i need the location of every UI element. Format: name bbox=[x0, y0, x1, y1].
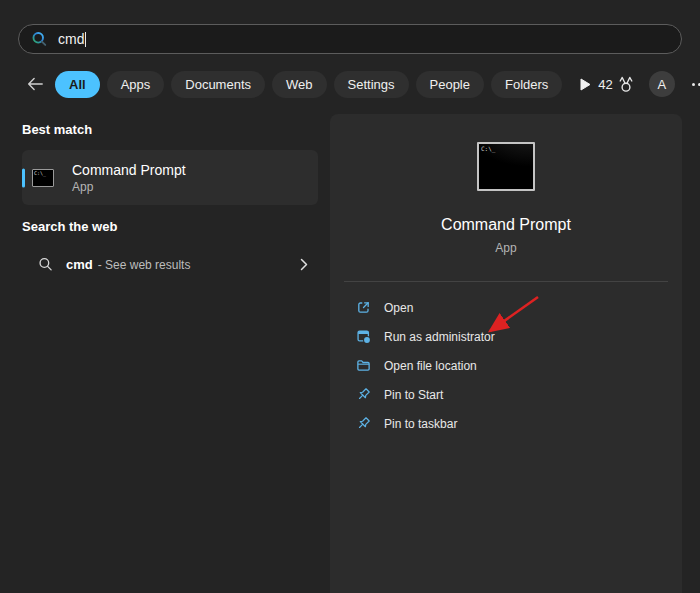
best-match-title: Command Prompt bbox=[72, 162, 186, 178]
text-caret bbox=[85, 32, 86, 47]
pin-icon bbox=[356, 416, 371, 431]
filter-tab-people[interactable]: People bbox=[416, 71, 484, 98]
action-label: Run as administrator bbox=[384, 330, 495, 344]
search-input[interactable]: cmd bbox=[18, 24, 682, 54]
web-search-result[interactable]: cmd - See web results bbox=[22, 248, 318, 281]
toolbar-right-cluster: 42 A bbox=[598, 71, 700, 97]
web-search-heading: Search the web bbox=[22, 219, 117, 234]
filter-tab-apps[interactable]: Apps bbox=[107, 71, 165, 98]
action-open-file-location[interactable]: Open file location bbox=[330, 351, 682, 380]
action-list: Open Run as administrator Open file loca… bbox=[330, 293, 682, 438]
divider bbox=[344, 281, 668, 282]
best-match-result[interactable]: C:\_ Command Prompt App bbox=[22, 150, 318, 205]
action-pin-to-start[interactable]: Pin to Start bbox=[330, 380, 682, 409]
best-match-heading: Best match bbox=[22, 122, 92, 137]
filter-tab-documents[interactable]: Documents bbox=[171, 71, 265, 98]
action-label: Pin to Start bbox=[384, 388, 443, 402]
filter-tab-web[interactable]: Web bbox=[272, 71, 327, 98]
magnifier-icon bbox=[38, 257, 53, 272]
preview-title: Command Prompt bbox=[330, 216, 682, 234]
web-result-query: cmd bbox=[66, 257, 93, 272]
cmd-app-icon: C:\_ bbox=[32, 169, 54, 187]
rewards-count: 42 bbox=[598, 77, 612, 92]
web-result-suffix: - See web results bbox=[98, 258, 191, 272]
avatar-initial: A bbox=[657, 77, 666, 92]
folder-icon bbox=[356, 358, 371, 373]
preview-panel: C:\_ Command Prompt App Open bbox=[330, 114, 682, 593]
rewards-medal-icon bbox=[618, 76, 634, 93]
more-options-button[interactable] bbox=[690, 79, 700, 90]
selection-accent-bar bbox=[22, 168, 25, 187]
action-label: Open file location bbox=[384, 359, 477, 373]
action-label: Pin to taskbar bbox=[384, 417, 457, 431]
back-button[interactable] bbox=[26, 73, 44, 95]
action-open[interactable]: Open bbox=[330, 293, 682, 322]
back-arrow-icon bbox=[26, 76, 44, 92]
pin-icon bbox=[356, 387, 371, 402]
filter-tab-all[interactable]: All bbox=[55, 71, 100, 98]
filter-row: All Apps Documents Web Settings People F… bbox=[26, 70, 684, 98]
filter-tab-folders[interactable]: Folders bbox=[491, 71, 562, 98]
search-icon bbox=[31, 31, 48, 48]
action-pin-to-taskbar[interactable]: Pin to taskbar bbox=[330, 409, 682, 438]
preview-subtitle: App bbox=[330, 241, 682, 255]
rewards-button[interactable]: 42 bbox=[598, 76, 633, 93]
run-as-admin-icon bbox=[356, 329, 371, 344]
action-label: Open bbox=[384, 301, 413, 315]
action-run-as-administrator[interactable]: Run as administrator bbox=[330, 322, 682, 351]
chevron-right-icon bbox=[300, 258, 308, 271]
more-filters-button[interactable] bbox=[580, 74, 591, 94]
search-query: cmd bbox=[58, 31, 84, 47]
filter-tab-settings[interactable]: Settings bbox=[334, 71, 409, 98]
account-avatar[interactable]: A bbox=[649, 71, 675, 97]
play-triangle-icon bbox=[580, 78, 591, 91]
cmd-app-icon-large: C:\_ bbox=[477, 142, 535, 191]
open-external-icon bbox=[356, 300, 371, 315]
best-match-subtitle: App bbox=[72, 180, 186, 194]
windows-search-flyout: cmd All Apps Documents Web Settings Peop… bbox=[0, 0, 700, 593]
